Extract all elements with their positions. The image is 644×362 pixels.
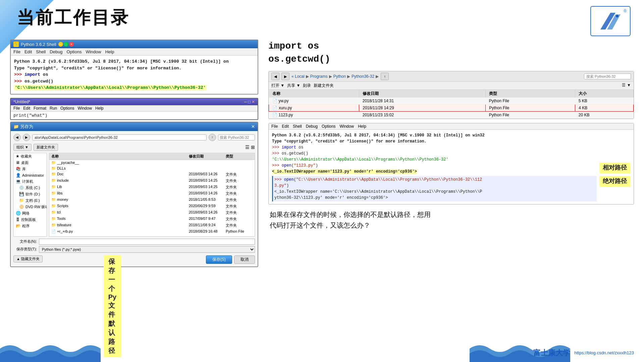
sidebar-network[interactable]: 🌐网络 xyxy=(14,210,47,217)
path-python[interactable]: Python xyxy=(333,74,346,79)
bm-debug[interactable]: Debug xyxy=(306,124,318,129)
table-row-selected[interactable]: 📄xuru.py 2018/11/28 14:29 Python File 4 … xyxy=(269,105,634,112)
col-date: 修改日期 xyxy=(189,154,226,159)
maximize-btn[interactable]: □ xyxy=(64,42,68,47)
bm-help[interactable]: Help xyxy=(358,124,366,129)
sidebar-favorites[interactable]: ★收藏夹 xyxy=(14,153,47,160)
bm-edit[interactable]: Edit xyxy=(282,124,289,129)
sidebar-d[interactable]: 💾软件 (D:) xyxy=(14,191,47,197)
file-type-yw: Python File xyxy=(486,98,575,105)
sidebar-c[interactable]: 💿系统 (C:) xyxy=(14,185,47,191)
menu-debug[interactable]: Debug xyxy=(50,49,62,54)
dialog-forward-btn[interactable]: ▶ xyxy=(23,134,30,141)
um-edit[interactable]: Edit xyxy=(23,106,30,111)
bm-file[interactable]: File xyxy=(271,124,278,129)
bs-cmd4b-text: 3.py" xyxy=(274,183,286,188)
menu-window[interactable]: Window xyxy=(86,49,101,54)
menu-file[interactable]: File xyxy=(13,49,20,54)
sidebar-computer[interactable]: 💻计算机 xyxy=(14,178,47,185)
bm-window[interactable]: Window xyxy=(339,124,354,129)
cancel-button[interactable]: 取消 xyxy=(234,255,255,264)
dialog-organize-btn[interactable]: 组织 ▼ xyxy=(13,144,32,151)
untitled-max[interactable]: □ xyxy=(248,100,250,104)
sidebar-program[interactable]: 📂程序 xyxy=(14,223,47,229)
close-btn[interactable]: ✕ xyxy=(69,42,74,47)
bm-shell[interactable]: Shell xyxy=(293,124,302,129)
table-row[interactable]: 📄1123.py 2018/11/23 15:02 Python File 20… xyxy=(269,112,634,119)
minimize-btn[interactable]: ─ xyxy=(58,42,63,47)
path-local[interactable]: « Local xyxy=(291,74,305,79)
bm-options[interactable]: Options xyxy=(322,124,335,129)
list-item[interactable]: 📁 Lib2018/09/03 14:25文件夹 xyxy=(49,184,255,190)
explorer-share-btn[interactable]: 共享 ▼ xyxy=(287,83,300,88)
dialog-search-input[interactable] xyxy=(218,134,255,140)
list-item[interactable]: 📁 __pycache__ xyxy=(49,160,255,166)
list-item[interactable]: 📁 Tools2017/09/07 9:47文件夹 xyxy=(49,216,255,222)
sidebar-library[interactable]: 📚库 xyxy=(14,166,47,172)
dialog-new-folder-btn[interactable]: 新建文件夹 xyxy=(34,144,58,151)
explorer-new-folder-btn[interactable]: 新建文件夹 xyxy=(314,83,334,88)
explorer-search-input[interactable] xyxy=(584,73,631,79)
path-programs[interactable]: Programs xyxy=(310,74,328,79)
explorer-table-header: 名称 修改日期 类型 大小 xyxy=(269,90,634,98)
shell-line1: Python 3.6.2 (v3.6.2:5fd33b5, Jul 8 2017… xyxy=(14,58,254,65)
dialog-close[interactable]: ✕ xyxy=(251,124,255,129)
view-list-btn[interactable]: ☰ xyxy=(245,144,250,150)
explorer-view-detail-icon[interactable]: ▼ xyxy=(627,83,631,88)
list-item[interactable]: 📁 Scripts2020/06/29 9:59文件夹 xyxy=(49,203,255,209)
um-format[interactable]: Format xyxy=(34,106,46,111)
menu-edit[interactable]: Edit xyxy=(24,49,32,54)
bs-cmd1: >>> import os xyxy=(272,144,630,150)
view-detail-btn[interactable]: ⊞ xyxy=(251,144,255,150)
um-run[interactable]: Run xyxy=(50,106,57,111)
dialog-title-text: 另存为 xyxy=(20,124,33,129)
filename-input[interactable] xyxy=(39,239,255,245)
untitled-min[interactable]: ─ xyxy=(244,100,247,104)
sidebar-desktop[interactable]: 🖥桌面 xyxy=(14,160,47,166)
explorer-burn-btn[interactable]: 刻录 xyxy=(303,83,311,88)
list-item[interactable]: 📁 money2018/11/05 8:53文件夹 xyxy=(49,197,255,203)
um-window[interactable]: Window xyxy=(77,106,92,111)
list-item[interactable]: 📁 libs2018/09/03 14:26文件夹 xyxy=(49,190,255,197)
dialog-back-btn[interactable]: ◀ xyxy=(13,134,21,141)
sidebar-dvd[interactable]: 📀DVD RW 驱动 xyxy=(14,204,47,210)
list-item[interactable]: 📁 tcl2018/09/03 14:26文件夹 xyxy=(49,209,255,216)
menu-shell[interactable]: Shell xyxy=(36,49,46,54)
sidebar-e[interactable]: 📁文档 (E:) xyxy=(14,197,47,204)
dialog-path-bar[interactable]: ator\AppData\Local\Programs\Python\Pytho… xyxy=(32,134,207,140)
file-date-yw: 2018/11/28 14:31 xyxy=(359,98,486,105)
explorer-second-bar: 打开 ▼ 共享 ▼ 刻录 新建文件夹 ☰ ▼ xyxy=(269,82,634,90)
um-options[interactable]: Options xyxy=(60,106,74,111)
um-help[interactable]: Help xyxy=(95,106,104,111)
menu-help[interactable]: Help xyxy=(105,49,114,54)
list-item[interactable]: 📁 Doc2018/09/03 14:26文件夹 xyxy=(49,171,255,178)
filetype-select[interactable]: Python files (*.py;*.pyw) xyxy=(39,246,255,253)
list-item[interactable]: 📁 DLLs xyxy=(49,166,255,171)
list-item[interactable]: 📁 tsfeature2018/11/08 9:24文件夹 xyxy=(49,222,255,229)
list-item[interactable]: 📁 include2018/09/03 14:25文件夹 xyxy=(49,178,255,184)
bs-prompt4: >>> xyxy=(274,177,284,182)
shell-import: import xyxy=(24,72,40,77)
sidebar-admin[interactable]: 👤Administrator xyxy=(14,172,47,178)
col-header-name: 名称 xyxy=(269,90,359,98)
e-drive-label: 文档 (E:) xyxy=(25,198,40,203)
untitled-close[interactable]: ✕ xyxy=(252,100,255,104)
shell-menubar: File Edit Shell Debug Options Window Hel… xyxy=(11,48,258,56)
um-file[interactable]: File xyxy=(13,106,20,111)
save-button[interactable]: 保存(S) xyxy=(206,255,232,264)
path-python36[interactable]: Python36-32 xyxy=(352,74,374,79)
explorer-view-list-icon[interactable]: ☰ xyxy=(622,83,626,88)
explorer-forward-btn[interactable]: ▶ xyxy=(281,73,289,80)
explorer-up-btn[interactable]: ↑ xyxy=(381,73,389,80)
shell-cmd2-line: >>> os.getcwd() xyxy=(14,78,254,85)
explorer-back-btn[interactable]: ◀ xyxy=(271,73,279,80)
sidebar-control[interactable]: 🎛控制面板 xyxy=(14,217,47,223)
dialog-file-list: 名称 修改日期 类型 📁 __pycache__ 📁 DLLs 📁 Doc201… xyxy=(49,153,255,237)
code-line2: os.getcwd() xyxy=(268,53,634,66)
explorer-open-btn[interactable]: 打开 ▼ xyxy=(271,83,284,88)
list-item[interactable]: 📄 +r_+rb.py2018/08/29 16:48Python File xyxy=(49,229,255,234)
hide-folder-btn[interactable]: ▲ 隐藏文件夹 xyxy=(13,255,43,262)
table-row[interactable]: 📄yw.py 2018/11/28 14:31 Python File 5 KB xyxy=(269,98,634,105)
menu-options[interactable]: Options xyxy=(67,49,82,54)
dialog-up-btn[interactable]: ↑ xyxy=(209,134,216,141)
